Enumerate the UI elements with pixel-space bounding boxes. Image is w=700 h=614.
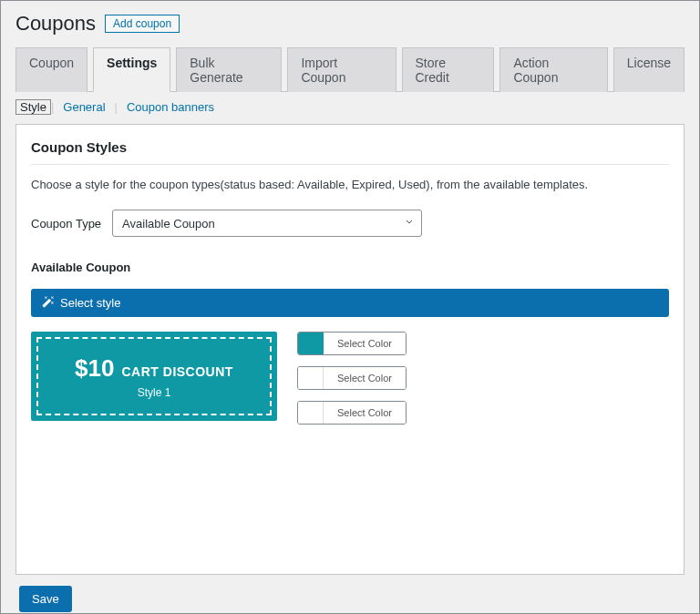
subtab-general[interactable]: General xyxy=(54,100,114,114)
color-picker-1[interactable]: Select Color xyxy=(297,332,407,355)
tab-license[interactable]: License xyxy=(613,47,685,92)
tab-action-coupon[interactable]: Action Coupon xyxy=(499,47,607,92)
color-picker-3[interactable]: Select Color xyxy=(297,401,407,425)
settings-panel: Coupon Styles Choose a style for the cou… xyxy=(15,124,685,575)
color-picker-label: Select Color xyxy=(324,402,406,424)
color-swatch xyxy=(298,402,324,424)
sub-tabs: Style | General | Coupon banners xyxy=(15,92,685,124)
select-style-label: Select style xyxy=(60,296,120,310)
tab-settings[interactable]: Settings xyxy=(93,47,170,92)
bottom-bar: Save xyxy=(15,575,685,612)
tab-coupon[interactable]: Coupon xyxy=(15,47,88,92)
color-swatch xyxy=(298,367,324,389)
style-preview-row: $10 CART DISCOUNT Style 1 Select Color S… xyxy=(31,332,669,425)
tab-import-coupon[interactable]: Import Coupon xyxy=(287,47,396,92)
coupon-amount: $10 xyxy=(75,354,114,383)
wand-icon xyxy=(42,295,55,311)
coupon-type-select[interactable]: Available Coupon xyxy=(112,210,422,237)
page-header: Coupons Add coupon xyxy=(15,12,685,36)
color-swatch xyxy=(298,333,324,354)
coupon-main-line: $10 CART DISCOUNT xyxy=(75,354,233,383)
tab-bulk-generate[interactable]: Bulk Generate xyxy=(176,47,282,92)
page-title: Coupons xyxy=(15,12,96,36)
color-picker-label: Select Color xyxy=(324,367,406,389)
coupon-type-row: Coupon Type Available Coupon xyxy=(31,210,669,237)
coupon-type-label: Coupon Type xyxy=(31,217,101,230)
coupon-style-name: Style 1 xyxy=(138,386,171,399)
add-coupon-button[interactable]: Add coupon xyxy=(105,15,180,33)
color-picker-2[interactable]: Select Color xyxy=(297,366,407,390)
tab-store-credit[interactable]: Store Credit xyxy=(402,47,495,92)
primary-tabs: Coupon Settings Bulk Generate Import Cou… xyxy=(15,46,685,92)
coupon-discount-label: CART DISCOUNT xyxy=(122,364,233,379)
coupon-preview-inner: $10 CART DISCOUNT Style 1 xyxy=(36,337,272,415)
subtab-coupon-banners[interactable]: Coupon banners xyxy=(118,100,223,114)
subtab-style[interactable]: Style xyxy=(15,99,51,115)
panel-description: Choose a style for the coupon types(stat… xyxy=(31,178,669,191)
color-picker-label: Select Color xyxy=(324,333,406,354)
select-style-button[interactable]: Select style xyxy=(31,289,669,317)
coupon-preview-card: $10 CART DISCOUNT Style 1 xyxy=(31,332,277,421)
save-button[interactable]: Save xyxy=(19,586,72,612)
available-coupon-heading: Available Coupon xyxy=(31,261,669,274)
coupon-type-select-wrap: Available Coupon xyxy=(112,210,422,237)
panel-heading: Coupon Styles xyxy=(31,139,669,165)
color-pickers: Select Color Select Color Select Color xyxy=(297,332,407,425)
